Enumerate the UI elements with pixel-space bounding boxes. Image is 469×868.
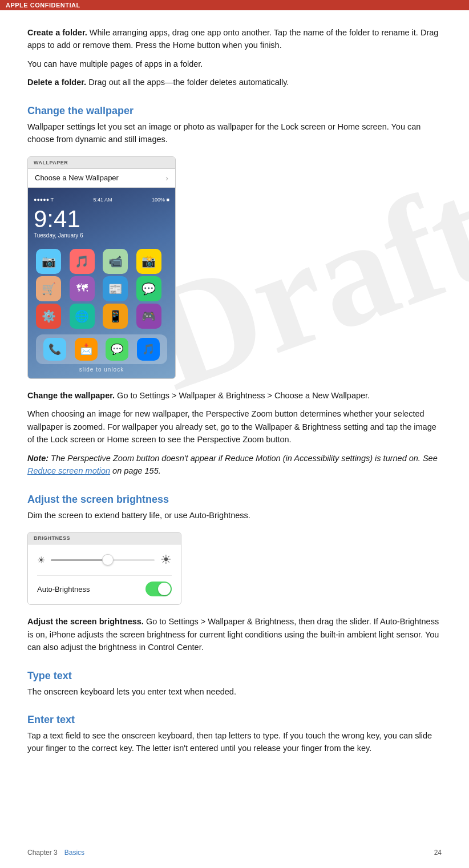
auto-brightness-label: Auto-Brightness: [37, 585, 90, 594]
phone-dock: 📞 📩 💬 🎵: [36, 334, 167, 364]
brightness-slider-fill: [51, 559, 108, 561]
time-status: 5:41 AM: [94, 197, 112, 203]
wallpaper-detail-para: When choosing an image for new wallpaper…: [27, 407, 442, 446]
phone-status-bar: ●●●●● T 5:41 AM 100% ■: [34, 197, 169, 203]
footer-page-number: 24: [434, 849, 442, 857]
phone-time: 9:41: [34, 207, 169, 231]
app-icon-12: 🎮: [136, 304, 161, 329]
app-icon-10: 🌐: [70, 304, 95, 329]
app-grid: 📷 🎵 📹 📸 🛒 🗺 📰 💬 ⚙️ 🌐 📱 🎮: [34, 247, 169, 331]
change-wallpaper-heading: Change the wallpaper: [27, 105, 442, 117]
confidential-bar: APPLE CONFIDENTIAL: [0, 0, 469, 10]
sun-small-icon: ☀: [37, 555, 45, 566]
app-icon-11: 📱: [103, 304, 128, 329]
brightness-body: Dim the screen to extend battery life, o…: [27, 509, 442, 522]
create-folder-para2: You can have multiple pages of apps in a…: [27, 58, 442, 70]
footer-chapter: Chapter 3: [27, 849, 58, 857]
dock-icon-3: 💬: [106, 338, 128, 361]
slide-to-unlock: slide to unlock: [34, 366, 169, 373]
chevron-right-icon: ›: [165, 173, 168, 183]
type-text-body: The onscreen keyboard lets you enter tex…: [27, 685, 442, 698]
wallpaper-phone-mockup: WALLPAPER Choose a New Wallpaper › ●●●●●…: [27, 156, 176, 379]
sun-large-icon: ☀: [160, 552, 172, 567]
app-icon-7: 📰: [103, 276, 128, 301]
wallpaper-top-bar: WALLPAPER: [28, 157, 175, 169]
dock-icon-1: 📞: [43, 338, 66, 361]
change-wallpaper-body: Wallpaper settings let you set an image …: [27, 120, 442, 146]
wallpaper-mockup-container: WALLPAPER Choose a New Wallpaper › ●●●●●…: [27, 156, 442, 379]
brightness-slider-track: [51, 559, 155, 561]
wallpaper-instruction-bold: Change the wallpaper.: [27, 391, 115, 400]
brightness-content: ☀ ☀ Auto-Brightness: [28, 544, 181, 604]
confidential-label: APPLE CONFIDENTIAL: [6, 2, 80, 9]
phone-date: Tuesday, January 6: [34, 232, 169, 239]
wallpaper-instruction-para: Change the wallpaper. Go to Settings > W…: [27, 389, 442, 402]
app-icon-8: 💬: [136, 276, 161, 301]
carrier-left: ●●●●● T: [34, 197, 54, 203]
create-folder-para: Create a folder. While arranging apps, d…: [27, 26, 442, 52]
note-text: The Perspective Zoom button doesn't appe…: [48, 454, 438, 463]
reduce-motion-link[interactable]: Reduce screen motion: [27, 466, 110, 475]
brightness-slider-row: ☀ ☀: [37, 552, 172, 567]
app-icon-6: 🗺: [70, 276, 95, 301]
wallpaper-list-label: Choose a New Wallpaper: [35, 173, 119, 182]
app-icon-3: 📹: [103, 249, 128, 274]
type-text-heading: Type text: [27, 670, 442, 682]
delete-folder-para: Delete a folder. Drag out all the apps—t…: [27, 76, 442, 88]
dock-icon-4: 🎵: [137, 338, 160, 361]
brightness-instruction-para: Adjust the screen brightness. Go to Sett…: [27, 615, 442, 653]
app-icon-2: 🎵: [70, 249, 95, 274]
footer-left: Chapter 3 Basics: [27, 849, 84, 857]
wallpaper-list-item: Choose a New Wallpaper ›: [28, 169, 175, 188]
phone-lockscreen: ●●●●● T 5:41 AM 100% ■ 9:41 Tuesday, Jan…: [28, 188, 175, 378]
app-icon-9: ⚙️: [36, 304, 61, 329]
create-folder-bold: Create a folder.: [27, 28, 87, 37]
auto-brightness-row: Auto-Brightness: [37, 575, 172, 596]
footer-section: Basics: [64, 849, 84, 857]
app-icon-4: 📸: [136, 249, 161, 274]
brightness-slider-thumb: [102, 554, 114, 566]
app-icon-5: 🛒: [36, 276, 61, 301]
delete-folder-text: Drag out all the apps—the folder deletes…: [86, 78, 289, 87]
page-footer: Chapter 3 Basics 24: [0, 849, 469, 857]
delete-folder-bold: Delete a folder.: [27, 78, 86, 87]
auto-brightness-toggle[interactable]: [145, 582, 172, 596]
enter-text-body: Tap a text field to see the onscreen key…: [27, 729, 442, 755]
dock-icon-2: 📩: [75, 338, 98, 361]
enter-text-heading: Enter text: [27, 714, 442, 726]
brightness-heading: Adjust the screen brightness: [27, 494, 442, 506]
brightness-instruction-bold: Adjust the screen brightness.: [27, 617, 144, 626]
note-link-suffix: on page 155.: [110, 466, 161, 475]
wallpaper-instruction-text: Go to Settings > Wallpaper & Brightness …: [115, 391, 370, 400]
app-icon-1: 📷: [36, 249, 61, 274]
brightness-mockup: BRIGHTNESS ☀ ☀ Auto-Brightness: [27, 532, 181, 605]
brightness-top-bar: BRIGHTNESS: [28, 532, 181, 544]
note-para: Note: The Perspective Zoom button doesn'…: [27, 452, 442, 478]
create-folder-text: While arranging apps, drag one app onto …: [27, 28, 438, 50]
status-icons: 100% ■: [152, 197, 169, 203]
note-bold: Note:: [27, 454, 48, 463]
